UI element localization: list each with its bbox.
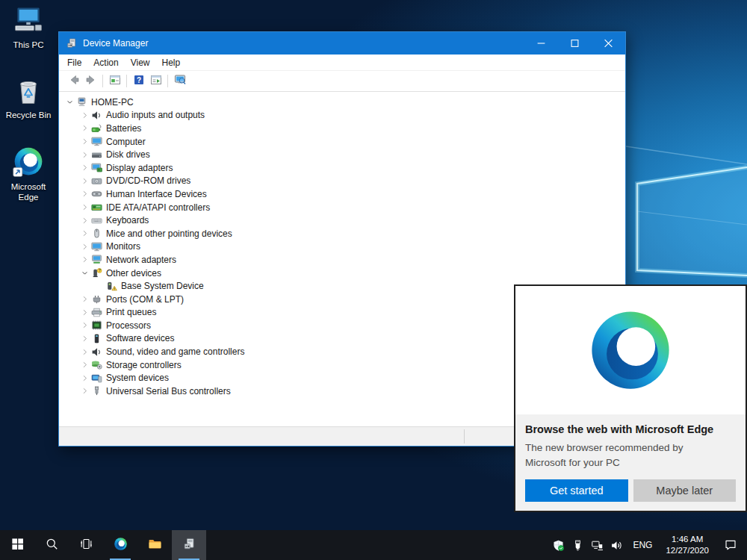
chevron-right-icon[interactable] xyxy=(78,372,90,384)
dvd-icon xyxy=(90,176,102,186)
chevron-right-icon[interactable] xyxy=(78,214,90,226)
taskbar-file-explorer-button[interactable] xyxy=(137,530,172,560)
svg-text:?: ? xyxy=(136,76,140,84)
chevron-right-icon[interactable] xyxy=(78,136,90,148)
tree-item-keyboards[interactable]: Keyboards xyxy=(59,214,625,227)
tree-item-human-interface-devices[interactable]: Human Interface Devices xyxy=(59,187,625,201)
tree-item-label: System devices xyxy=(106,373,169,383)
edge-promo-popup: Browse the web with Microsoft Edge The n… xyxy=(514,284,747,512)
menu-view[interactable]: View xyxy=(125,56,156,69)
desktop-icon-label: This PC xyxy=(2,40,55,50)
chevron-right-icon[interactable] xyxy=(78,149,90,161)
chevron-right-icon[interactable] xyxy=(78,228,90,240)
taskbar-clock[interactable]: 1:46 AM 12/27/2020 xyxy=(659,534,716,556)
minimize-button[interactable] xyxy=(524,32,558,55)
chevron-right-icon[interactable] xyxy=(78,385,90,397)
tree-item-label: Software devices xyxy=(106,333,174,343)
tree-item-label: Mice and other pointing devices xyxy=(106,228,232,239)
desktop-icon-microsoft-edge[interactable]: Microsoft Edge xyxy=(2,146,55,203)
chevron-right-icon[interactable] xyxy=(78,122,90,134)
window-titlebar[interactable]: Device Manager xyxy=(59,32,625,55)
tree-item-label: Batteries xyxy=(106,123,141,134)
close-button[interactable] xyxy=(592,32,625,55)
tree-item-home-pc[interactable]: HOME-PC xyxy=(59,96,625,109)
tree-item-computer[interactable]: Computer xyxy=(59,135,625,149)
edge-shortcut-icon xyxy=(12,146,45,179)
edge-promo-title: Browse the web with Microsoft Edge xyxy=(525,423,736,435)
chevron-right-icon[interactable] xyxy=(78,320,90,332)
tree-item-network-adapters[interactable]: Network adapters xyxy=(59,253,625,267)
menu-file[interactable]: File xyxy=(61,56,87,69)
toolbar-back-button[interactable] xyxy=(65,73,82,89)
tree-item-display-adapters[interactable]: Display adapters xyxy=(59,161,625,175)
chevron-right-icon[interactable] xyxy=(78,306,90,318)
edge-logo-area xyxy=(515,286,746,414)
folder-icon xyxy=(148,537,162,554)
desktop-icon-this-pc[interactable]: This PC xyxy=(2,4,55,50)
chevron-right-icon[interactable] xyxy=(78,346,90,358)
toolbar-help-button[interactable]: ? xyxy=(130,73,147,89)
properties-window-icon xyxy=(150,74,162,89)
tree-item-label: Computer xyxy=(106,137,146,147)
tree-item-monitors[interactable]: Monitors xyxy=(59,240,625,254)
toolbar-separator xyxy=(126,75,127,87)
edge-promo-panel: Browse the web with Microsoft Edge The n… xyxy=(515,414,746,511)
chevron-right-icon[interactable] xyxy=(78,202,90,214)
toolbar-properties-window-button[interactable] xyxy=(147,73,164,89)
desktop-icon-recycle-bin[interactable]: Recycle Bin xyxy=(2,75,55,120)
taskbar-start-button[interactable] xyxy=(0,530,34,560)
tree-item-label: IDE ATA/ATAPI controllers xyxy=(106,202,210,213)
sound-icon xyxy=(90,347,102,357)
tree-item-batteries[interactable]: Batteries xyxy=(59,122,625,135)
edge-logo-icon xyxy=(114,537,128,554)
chevron-right-icon[interactable] xyxy=(78,254,90,266)
tray-defender-icon[interactable] xyxy=(548,530,568,560)
pc-icon xyxy=(75,97,87,107)
tree-item-label: Print queues xyxy=(106,307,156,317)
chevron-down-icon[interactable] xyxy=(63,96,75,108)
usb-icon xyxy=(90,386,102,396)
battery-icon xyxy=(90,123,102,133)
toolbar-console-window-button[interactable] xyxy=(106,73,123,89)
chevron-right-icon[interactable] xyxy=(78,332,90,344)
task-view-icon xyxy=(79,537,93,554)
unknown-device-icon xyxy=(105,281,117,291)
taskbar-device-manager-button[interactable] xyxy=(172,530,206,560)
chevron-right-icon[interactable] xyxy=(78,293,90,305)
clock-time: 1:46 AM xyxy=(666,534,709,545)
back-icon xyxy=(68,74,80,89)
taskbar-search-button[interactable] xyxy=(34,530,69,560)
tree-item-mice-and-other-pointing-devices[interactable]: Mice and other pointing devices xyxy=(59,227,625,240)
taskbar-edge-button[interactable] xyxy=(103,530,137,560)
toolbar-forward-button[interactable] xyxy=(82,73,99,89)
chevron-right-icon[interactable] xyxy=(78,109,90,121)
forward-icon xyxy=(85,74,97,89)
taskbar: ENG 1:46 AM 12/27/2020 xyxy=(0,530,747,560)
tree-item-ide-ata-atapi-controllers[interactable]: IDE ATA/ATAPI controllers xyxy=(59,201,625,214)
chevron-right-icon[interactable] xyxy=(78,188,90,200)
maybe-later-button[interactable]: Maybe later xyxy=(633,479,737,502)
action-center-icon[interactable] xyxy=(716,530,746,560)
toolbar-scan-hardware-button[interactable] xyxy=(171,73,188,89)
chevron-right-icon[interactable] xyxy=(78,359,90,371)
ports-icon xyxy=(90,294,102,304)
system-tray: ENG 1:46 AM 12/27/2020 xyxy=(548,530,747,560)
tray-usb-icon[interactable] xyxy=(568,530,587,560)
chevron-right-icon[interactable] xyxy=(78,240,90,252)
chevron-right-icon[interactable] xyxy=(78,162,90,174)
tree-item-disk-drives[interactable]: Disk drives xyxy=(59,148,625,161)
chevron-right-icon[interactable] xyxy=(78,175,90,187)
tray-network-icon[interactable] xyxy=(587,530,607,560)
get-started-button[interactable]: Get started xyxy=(525,479,628,502)
menu-help[interactable]: Help xyxy=(156,56,187,69)
tree-item-audio-inputs-and-outputs[interactable]: Audio inputs and outputs xyxy=(59,109,625,122)
maximize-button[interactable] xyxy=(558,32,592,55)
taskbar-task-view-button[interactable] xyxy=(69,530,103,560)
tree-item-dvd-cd-rom-drives[interactable]: DVD/CD-ROM drives xyxy=(59,175,625,188)
tree-item-label: Sound, video and game controllers xyxy=(106,346,244,357)
language-indicator[interactable]: ENG xyxy=(626,540,659,550)
tree-item-other-devices[interactable]: ?Other devices xyxy=(59,267,625,280)
menu-action[interactable]: Action xyxy=(87,56,124,69)
chevron-down-icon[interactable] xyxy=(78,267,90,279)
tray-volume-icon[interactable] xyxy=(607,530,626,560)
